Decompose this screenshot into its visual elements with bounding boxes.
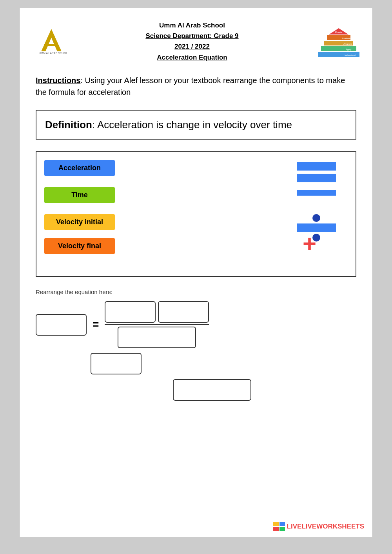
symbol-plus: + (303, 232, 316, 256)
eq-box-num2[interactable] (158, 301, 209, 323)
school-logo: UMM AL ARAB SCHOOL (36, 27, 67, 55)
svg-rect-16 (273, 527, 279, 531)
definition-label: Definition (45, 119, 92, 131)
label-acceleration[interactable]: Acceleration (44, 160, 115, 176)
label-velocity-final[interactable]: Velocity final (44, 238, 115, 254)
fraction-container (105, 301, 209, 348)
svg-marker-0 (42, 29, 61, 51)
svg-rect-15 (279, 522, 285, 526)
component-row-velocity-initial: Velocity initial (44, 214, 348, 230)
eq-box-1[interactable] (36, 314, 87, 336)
components-area: Acceleration Time Velocity initial (36, 151, 356, 277)
definition-box: Definition: Acceleration is change in ve… (36, 110, 356, 140)
denominator-row (105, 327, 209, 348)
footer: LIVELIVEWORKSHEETS (273, 522, 364, 531)
svg-text:Analyze: Analyze (343, 43, 352, 45)
instructions-label: Instructions (36, 76, 80, 85)
eq-box-row3[interactable] (173, 379, 251, 401)
svg-text:Understand: Understand (343, 54, 356, 56)
svg-rect-14 (273, 522, 279, 526)
component-row-acceleration: Acceleration (44, 160, 348, 176)
component-row-velocity-final: Velocity final + (44, 238, 348, 254)
equation-label: Rearrange the equation here: (36, 289, 356, 295)
svg-text:Evaluate: Evaluate (342, 37, 351, 40)
page: UMM AL ARAB SCHOOL Umm Al Arab School Sc… (20, 8, 372, 537)
footer-text: LIVELIVEWORKSHEETS (287, 523, 364, 530)
numerator-row (105, 301, 209, 323)
school-name: Umm Al Arab School (67, 20, 317, 31)
svg-text:UMM AL ARAB SCHOOL: UMM AL ARAB SCHOOL (39, 52, 67, 54)
liveworksheets-icon (273, 522, 285, 531)
definition-text: : Acceleration is change in velocity ove… (92, 119, 292, 131)
symbol-equals (297, 162, 336, 182)
equation-row1: = (36, 301, 356, 348)
symbol-minus (297, 190, 336, 196)
dot-top (312, 214, 320, 222)
department: Science Department: Grade 9 (67, 31, 317, 41)
component-row-time: Time (44, 187, 348, 203)
instructions-text: : Using your Alef lesson or your textboo… (36, 76, 345, 96)
svg-rect-17 (279, 527, 285, 531)
bloom-pyramid: Create Evaluate Analyze Apply Understand… (317, 27, 356, 55)
bar-top (297, 162, 336, 171)
header: UMM AL ARAB SCHOOL Umm Al Arab School Sc… (36, 20, 356, 63)
year: 2021 / 2022 (67, 41, 317, 52)
equation-row3 (173, 379, 356, 401)
bar-bottom (297, 174, 336, 182)
svg-text:Create: Create (335, 31, 343, 33)
header-title: Umm Al Arab School Science Department: G… (67, 20, 317, 63)
eq-box-den[interactable] (118, 327, 196, 348)
svg-text:Apply: Apply (345, 48, 351, 51)
instructions: Instructions: Using your Alef lesson or … (36, 74, 356, 98)
label-velocity-initial[interactable]: Velocity initial (44, 214, 115, 230)
label-time[interactable]: Time (44, 187, 115, 203)
equation-row2 (91, 353, 356, 374)
fraction-line (105, 324, 209, 325)
plus-sign: + (303, 231, 316, 257)
eq-box-num1[interactable] (105, 301, 156, 323)
topic: Acceleration Equation (67, 52, 317, 63)
eq-equals-sign: = (93, 318, 99, 331)
bar-single (297, 190, 336, 196)
equation-area: Rearrange the equation here: = (36, 289, 356, 401)
svg-text:Remember: Remember (344, 58, 355, 59)
eq-box-row2[interactable] (91, 353, 142, 374)
